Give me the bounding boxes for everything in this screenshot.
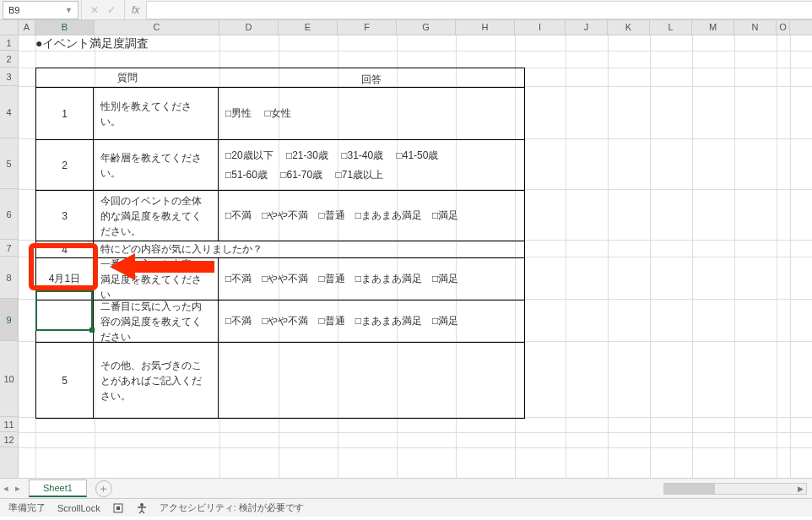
col-header-K[interactable]: K	[608, 20, 650, 35]
survey-question-full: 特にどの内容が気に入りましたか？	[94, 241, 524, 257]
survey-row-6: 5その他、お気づきのことがあればご記入ください。	[36, 342, 524, 418]
sheet-title: ●イベント満足度調査	[35, 35, 149, 51]
row-header-11[interactable]: 11	[0, 417, 18, 432]
survey-answer	[219, 343, 524, 418]
name-box-value: B9	[8, 5, 19, 15]
survey-answer: □男性 □女性	[219, 88, 524, 139]
confirm-icon[interactable]: ✓	[107, 4, 116, 16]
survey-answer: □不満 □やや不満 □普通 □まあまあ満足 □満足	[219, 301, 524, 342]
row-header-2[interactable]: 2	[0, 51, 18, 68]
row-header-7[interactable]: 7	[0, 240, 18, 257]
row-header-10[interactable]: 10	[0, 341, 18, 417]
row-header-1[interactable]: 1	[0, 35, 18, 51]
chevron-down-icon[interactable]: ▼	[65, 6, 73, 14]
survey-answer: □20歳以下 □21-30歳 □31-40歳 □41-50歳 □51-60歳 □…	[219, 140, 524, 190]
sheet-tab-bar: ◂ ▸ Sheet1 ＋ ▶	[0, 478, 812, 498]
row-header-6[interactable]: 6	[0, 189, 18, 240]
col-header-A[interactable]: A	[19, 20, 35, 35]
row-header-5[interactable]: 5	[0, 138, 18, 189]
survey-question: 年齢層を教えてください。	[94, 140, 219, 190]
col-header-G[interactable]: G	[397, 20, 456, 35]
survey-hdr-a: 回答	[219, 68, 524, 87]
row-header-9[interactable]: 9	[0, 299, 18, 341]
survey-question: 二番目に気に入った内容の満足度を教えてください	[94, 301, 219, 342]
column-headers: ABCDEFGHIJKLMNO	[0, 20, 812, 35]
survey-table: 質問 回答 1性別を教えてください。□男性 □女性2年齢層を教えてください。□2…	[35, 68, 525, 419]
survey-num: 1	[36, 88, 94, 139]
fx-icon[interactable]: fx	[125, 4, 146, 16]
col-header-C[interactable]: C	[95, 20, 219, 35]
formula-controls: ✕ ✓	[81, 0, 125, 19]
status-scrolllock: ScrollLock	[57, 503, 100, 513]
col-header-E[interactable]: E	[279, 20, 338, 35]
accessibility-icon[interactable]	[136, 501, 148, 513]
col-header-B[interactable]: B	[35, 20, 95, 35]
col-header-N[interactable]: N	[734, 20, 777, 35]
sheet-tab[interactable]: Sheet1	[29, 479, 87, 497]
survey-question: 一番気に入った内容の満足度を教えてください	[94, 258, 219, 300]
survey-row-2: 3今回のイベントの全体的な満足度を教えてください。□不満 □やや不満 □普通 □…	[36, 190, 524, 241]
col-header-D[interactable]: D	[219, 20, 279, 35]
add-sheet-button[interactable]: ＋	[95, 480, 112, 497]
survey-num	[36, 301, 94, 342]
row-headers: 123456789101112	[0, 35, 19, 478]
survey-question: その他、お気づきのことがあればご記入ください。	[94, 343, 219, 418]
survey-row-0: 1性別を教えてください。□男性 □女性	[36, 87, 524, 139]
macro-record-icon[interactable]	[112, 501, 124, 513]
select-all-corner[interactable]	[0, 20, 19, 35]
survey-row-4: 4月1日一番気に入った内容の満足度を教えてください□不満 □やや不満 □普通 □…	[36, 257, 524, 300]
svg-point-3	[140, 503, 143, 506]
col-header-F[interactable]: F	[338, 20, 397, 35]
status-ready: 準備完了	[8, 501, 46, 514]
survey-header-row: 質問 回答	[36, 68, 524, 87]
cancel-icon[interactable]: ✕	[90, 4, 99, 16]
formula-input[interactable]	[146, 1, 812, 19]
survey-num: 5	[36, 343, 94, 418]
survey-hdr-q: 質問	[36, 68, 219, 87]
tab-nav-next[interactable]: ▸	[12, 483, 24, 494]
scrollbar-thumb[interactable]	[664, 484, 715, 494]
col-header-M[interactable]: M	[692, 20, 734, 35]
horizontal-scrollbar[interactable]: ▶	[663, 483, 807, 495]
cells-area[interactable]: ●イベント満足度調査 質問 回答 1性別を教えてください。□男性 □女性2年齢層…	[19, 35, 812, 478]
survey-row-1: 2年齢層を教えてください。□20歳以下 □21-30歳 □31-40歳 □41-…	[36, 139, 524, 190]
survey-answer: □不満 □やや不満 □普通 □まあまあ満足 □満足	[219, 191, 524, 241]
name-box[interactable]: B9 ▼	[3, 1, 78, 19]
survey-question: 今回のイベントの全体的な満足度を教えてください。	[94, 191, 219, 241]
row-header-8[interactable]: 8	[0, 257, 18, 299]
scroll-right-icon[interactable]: ▶	[794, 484, 806, 494]
survey-num: 4	[36, 241, 94, 257]
survey-answer: □不満 □やや不満 □普通 □まあまあ満足 □満足	[219, 258, 524, 300]
svg-rect-2	[116, 506, 120, 510]
survey-num: 3	[36, 191, 94, 241]
col-header-H[interactable]: H	[456, 20, 515, 35]
col-header-O[interactable]: O	[777, 20, 790, 35]
row-header-12[interactable]: 12	[0, 432, 18, 447]
worksheet-grid[interactable]: ABCDEFGHIJKLMNO 123456789101112 ●イベント満足度…	[0, 20, 812, 478]
row-header-3[interactable]: 3	[0, 68, 18, 86]
survey-row-5: 二番目に気に入った内容の満足度を教えてください□不満 □やや不満 □普通 □まあ…	[36, 300, 524, 342]
status-bar: 準備完了 ScrollLock アクセシビリティ: 検討が必要です	[0, 498, 812, 517]
col-header-J[interactable]: J	[566, 20, 608, 35]
col-header-I[interactable]: I	[515, 20, 566, 35]
survey-question: 性別を教えてください。	[94, 88, 219, 139]
survey-num: 4月1日	[36, 258, 94, 300]
col-header-L[interactable]: L	[650, 20, 692, 35]
survey-row-3: 4特にどの内容が気に入りましたか？	[36, 241, 524, 257]
tab-nav-first[interactable]: ◂	[0, 483, 12, 494]
row-header-4[interactable]: 4	[0, 86, 18, 138]
survey-num: 2	[36, 140, 94, 190]
formula-bar: B9 ▼ ✕ ✓ fx	[0, 0, 812, 20]
status-accessibility: アクセシビリティ: 検討が必要です	[160, 501, 304, 514]
